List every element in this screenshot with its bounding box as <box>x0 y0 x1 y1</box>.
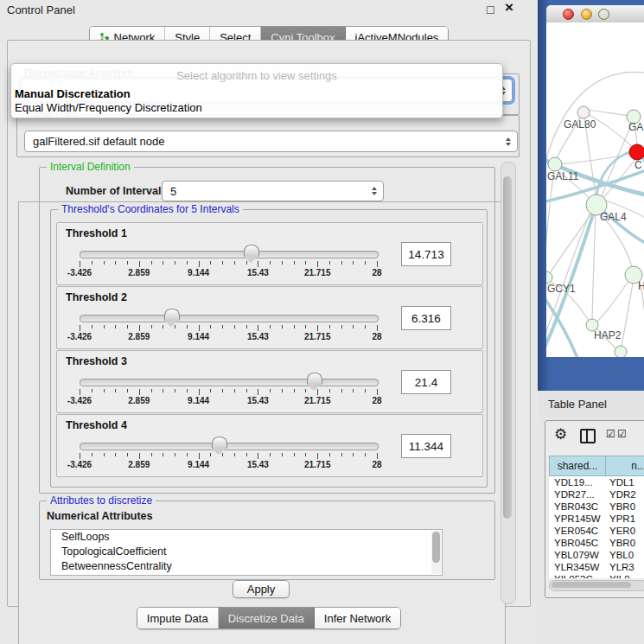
tab-infer-network[interactable]: Infer Network <box>315 608 400 628</box>
cell-name: YPR1 <box>604 513 644 525</box>
slider-tick-label: 21.715 <box>296 396 339 405</box>
threshold-value-field[interactable] <box>401 306 451 330</box>
table-row[interactable]: YDL19...YDL1 <box>549 476 644 488</box>
network-node[interactable] <box>548 157 562 171</box>
cell-shared-name: YDR27... <box>549 488 604 501</box>
slider-tick <box>305 453 306 456</box>
apply-button[interactable]: Apply <box>233 580 290 598</box>
table-row[interactable]: YBL079WYBL0 <box>549 549 644 561</box>
table-row[interactable]: YBR045CYBR0 <box>549 537 644 549</box>
checkbox-icon[interactable]: ☑ <box>606 428 615 440</box>
table-data-value: galFiltered.sif default node <box>33 135 164 148</box>
network-node[interactable] <box>577 106 590 118</box>
attribute-item-selfloops[interactable]: SelfLoops <box>51 530 442 545</box>
slider-tick <box>377 261 378 267</box>
checkbox-icon[interactable]: ☑ <box>617 428 627 440</box>
table-horizontal-scrollbar[interactable] <box>549 580 644 591</box>
slider-tick-label: -3.426 <box>58 460 101 469</box>
tab-discretize-data[interactable]: Discretize Data <box>219 608 315 628</box>
table-row[interactable]: YBR043CYBR0 <box>549 501 644 513</box>
slider-tick <box>282 389 283 392</box>
slider-tick <box>104 389 105 392</box>
cell-shared-name: YDL19... <box>549 476 604 488</box>
minimize-traffic-light-icon[interactable] <box>581 9 592 20</box>
tab-impute-data[interactable]: Impute Data <box>137 608 219 628</box>
tab-label: Infer Network <box>324 612 391 625</box>
close-traffic-light-icon[interactable] <box>563 9 574 20</box>
attribute-item-topologicalcoefficient[interactable]: TopologicalCoefficient <box>51 545 442 559</box>
slider-tick-label: 15.43 <box>236 396 279 405</box>
threshold-value-field[interactable] <box>401 434 451 458</box>
threshold-slider-track[interactable] <box>80 379 379 386</box>
slider-tick <box>341 261 342 265</box>
slider-tick <box>282 261 283 265</box>
network-window: GAL80GACGAL11GAL4GCY1HHAP2 <box>538 0 644 391</box>
attribute-item-betweennesscentrality[interactable]: BetweennessCentrality <box>51 559 442 574</box>
slider-tick <box>80 389 80 395</box>
split-columns-icon[interactable] <box>580 429 596 443</box>
table-data-combobox[interactable]: galFiltered.sif default node <box>24 131 518 152</box>
table-row[interactable]: YIL052CYIL0 <box>549 573 644 578</box>
slider-tick <box>353 453 354 456</box>
cell-name: YBR0 <box>604 501 644 513</box>
threshold-slider-track[interactable] <box>80 443 379 450</box>
slider-tick <box>365 325 366 328</box>
slider-tick-label: 21.715 <box>296 460 339 469</box>
algorithm-option-equal-width-frequency-discretization[interactable]: Equal Width/Frequency Discretization <box>14 101 500 115</box>
threshold-slider-handle[interactable] <box>212 437 227 449</box>
network-node-selected[interactable] <box>629 144 644 160</box>
column-header-name[interactable]: n... <box>605 456 644 476</box>
slider-tick <box>115 389 116 392</box>
slider-tick <box>270 389 271 392</box>
slider-tick <box>210 389 211 392</box>
slider-tick-label: 21.715 <box>296 332 339 341</box>
table-row[interactable]: YPR145WYPR1 <box>549 513 644 525</box>
slider-tick <box>175 325 175 328</box>
threshold-slider-handle[interactable] <box>307 373 322 385</box>
algorithm-option-manual-discretization[interactable]: Manual Discretization <box>14 87 500 101</box>
threshold-slider-handle[interactable] <box>244 245 259 257</box>
slider-tick-label: 2.859 <box>118 460 161 469</box>
slider-tick <box>305 325 306 328</box>
bottom-tabs-control: Impute DataDiscretize DataInfer Network <box>137 607 401 629</box>
cell-shared-name: YBL079W <box>549 549 604 561</box>
slider-tick-label: 28 <box>355 460 399 469</box>
close-icon[interactable]: × <box>505 1 513 15</box>
float-window-icon[interactable]: □ <box>487 3 494 16</box>
slider-tick <box>317 389 318 395</box>
threshold-slider-handle[interactable] <box>164 309 180 321</box>
table-row[interactable]: YDR27...YDR2 <box>549 488 644 501</box>
threshold-value-field[interactable] <box>401 370 451 394</box>
vertical-scrollbar-thumb[interactable] <box>503 176 512 519</box>
slider-tick <box>222 325 223 328</box>
cell-shared-name: YBR045C <box>549 537 604 549</box>
table-row[interactable]: YLR345WYLR3 <box>549 561 644 573</box>
cell-shared-name: YER054C <box>549 525 604 537</box>
threshold-slider-track[interactable] <box>80 251 379 258</box>
slider-tick <box>377 453 378 459</box>
slider-tick <box>341 325 342 328</box>
node-label-gal80: GAL80 <box>564 118 596 131</box>
cyni-toolbox-panel: Discretization Algorithm Table Data galF… <box>7 40 531 607</box>
slider-tick <box>234 261 235 265</box>
table-row[interactable]: YER054CYER0 <box>549 525 644 537</box>
zoom-traffic-light-icon[interactable] <box>598 9 609 20</box>
slider-tick <box>341 453 342 456</box>
column-header-shared[interactable]: shared... <box>549 456 605 476</box>
slider-tick-label: 2.859 <box>118 332 161 341</box>
threshold-slider-track[interactable] <box>80 315 379 322</box>
threshold-value-field[interactable] <box>401 242 451 266</box>
slider-tick <box>199 261 200 267</box>
attributes-list-scrollbar[interactable] <box>431 531 441 574</box>
vertical-scrollbar[interactable] <box>501 162 516 604</box>
network-node[interactable] <box>615 346 627 357</box>
slider-tick <box>294 261 295 265</box>
slider-tick <box>222 453 223 456</box>
slider-tick <box>127 453 128 456</box>
network-canvas[interactable]: GAL80GACGAL11GAL4GCY1HHAP2 <box>546 22 644 357</box>
number-of-intervals-combobox[interactable]: 5 <box>162 181 384 201</box>
slider-tick <box>246 453 247 456</box>
gear-icon[interactable]: ⚙ <box>554 425 567 443</box>
numerical-attributes-list[interactable]: SelfLoopsTopologicalCoefficientBetweenne… <box>50 529 443 576</box>
slider-tick <box>175 261 175 265</box>
